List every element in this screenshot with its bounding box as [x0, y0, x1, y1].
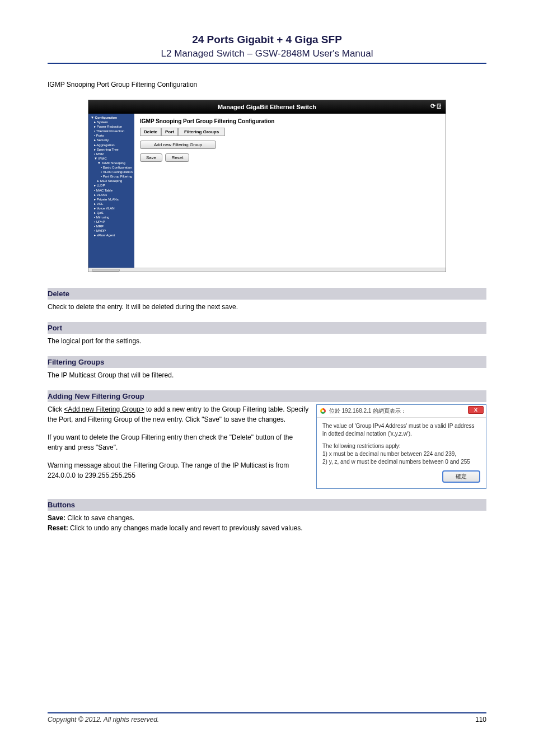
section-body-buttons: Save: Click to save changes. Reset: Clic…: [48, 513, 486, 533]
col-delete: Delete: [140, 128, 161, 136]
sidebar-item[interactable]: ▸ System: [88, 120, 134, 124]
sidebar-item[interactable]: ▸ Voice VLAN: [88, 206, 134, 211]
sidebar-item[interactable]: • UPnP: [88, 220, 134, 224]
section-body-port: The logical port for the settings.: [48, 336, 486, 346]
horizontal-scrollbar[interactable]: [88, 268, 446, 272]
reset-label: Reset:: [48, 524, 68, 532]
sidebar-item[interactable]: ▸ Spanning Tree: [88, 147, 134, 152]
pane-title: IGMP Snooping Port Group Filtering Confi…: [140, 118, 440, 124]
dialog-message-1: The value of 'Group IPv4 Address' must b…: [322, 422, 480, 438]
section-header-port: Port: [48, 322, 486, 334]
dialog-message-2: The following restrictions apply: 1) x m…: [322, 442, 480, 466]
doc-title: 24 Ports Gigabit + 4 Giga SFP: [48, 34, 486, 46]
sidebar-item[interactable]: ▸ VCL: [88, 202, 134, 206]
sidebar-item[interactable]: ▸ VLANs: [88, 193, 134, 197]
sidebar-item[interactable]: • MVR: [88, 152, 134, 156]
sidebar-item[interactable]: ▸ Private VLANs: [88, 197, 134, 202]
add-link[interactable]: <Add new Filtering Group>: [64, 405, 144, 413]
footer-page-number: 110: [475, 716, 486, 724]
intro-text: IGMP Snooping Port Group Filtering Confi…: [48, 80, 486, 90]
sidebar-item[interactable]: • Thermal Protection: [88, 129, 134, 133]
save-button[interactable]: Save: [140, 153, 162, 162]
dialog-origin: 位於 192.168.2.1 的網頁表示：: [317, 405, 486, 418]
filter-table-header: DeletePortFiltering Groups: [140, 128, 225, 136]
section-header-buttons: Buttons: [48, 499, 486, 511]
dialog-origin-text: 位於 192.168.2.1 的網頁表示：: [329, 408, 406, 414]
screenshot-figure: Managed GigaBit Ethernet Switch ⟳ ⍰ ▼ Co…: [48, 100, 486, 272]
sidebar-item[interactable]: ▸ Security: [88, 138, 134, 142]
sidebar-item[interactable]: ▼ IGMP Snooping: [88, 161, 134, 165]
top-rule: [48, 63, 486, 64]
add-filtering-group-button[interactable]: Add new Filtering Group: [140, 141, 216, 149]
close-icon[interactable]: X: [468, 406, 484, 414]
nav-sidebar: ▼ Configuration▸ System▸ Power Reduction…: [88, 114, 134, 268]
section-header-filtering-groups: Filtering Groups: [48, 356, 486, 368]
col-port: Port: [161, 128, 178, 136]
sidebar-item[interactable]: ▸ MLD Snooping: [88, 179, 134, 183]
sidebar-item[interactable]: • Port Group Filtering: [88, 174, 134, 179]
sidebar-item[interactable]: • Ports: [88, 133, 134, 138]
sidebar-item[interactable]: • Mirroring: [88, 215, 134, 220]
section-body-adding: X 位於 192.168.2.1 的網頁表示： The value of 'Gr…: [48, 404, 486, 489]
page-footer: Copyright © 2012. All rights reserved. 1…: [48, 712, 486, 724]
sidebar-item[interactable]: • MAC Table: [88, 188, 134, 193]
switch-title: Managed GigaBit Ethernet Switch: [218, 104, 316, 110]
sidebar-item[interactable]: • Basic Configuration: [88, 165, 134, 170]
doc-subtitle: L2 Managed Switch – GSW-2848M User's Man…: [48, 48, 486, 59]
sidebar-item[interactable]: • MVRP: [88, 228, 134, 233]
switch-header: Managed GigaBit Ethernet Switch ⟳ ⍰: [88, 100, 446, 114]
section-header-adding: Adding New Filtering Group: [48, 390, 486, 402]
sidebar-item[interactable]: ▼ IPMC: [88, 156, 134, 161]
sidebar-item[interactable]: ▸ Aggregation: [88, 143, 134, 147]
main-content-pane: IGMP Snooping Port Group Filtering Confi…: [134, 114, 446, 268]
dialog-figure: X 位於 192.168.2.1 的網頁表示： The value of 'Gr…: [316, 404, 486, 489]
sidebar-item[interactable]: • VLAN Configuration: [88, 170, 134, 174]
col-filtering-groups: Filtering Groups: [178, 128, 225, 136]
header-icons: ⟳ ⍰: [430, 102, 441, 110]
footer-copyright: Copyright © 2012. All rights reserved.: [48, 716, 159, 724]
save-label: Save:: [48, 514, 65, 522]
section-body-filtering-groups: The IP Multicast Group that will be filt…: [48, 370, 486, 380]
section-body-delete: Check to delete the entry. It will be de…: [48, 302, 486, 312]
chrome-icon: [320, 408, 326, 414]
sidebar-item[interactable]: ▸ Power Reduction: [88, 124, 134, 129]
sidebar-item[interactable]: ▸ LLDP: [88, 183, 134, 188]
reset-button[interactable]: Reset: [165, 153, 189, 162]
section-header-delete: Delete: [48, 288, 486, 300]
dialog-ok-button[interactable]: 確定: [442, 470, 480, 483]
sidebar-item[interactable]: ▸ QoS: [88, 211, 134, 215]
sidebar-item[interactable]: ▼ Configuration: [88, 115, 134, 120]
sidebar-item[interactable]: • MRP: [88, 224, 134, 228]
sidebar-item[interactable]: ▸ sFlow Agent: [88, 233, 134, 237]
